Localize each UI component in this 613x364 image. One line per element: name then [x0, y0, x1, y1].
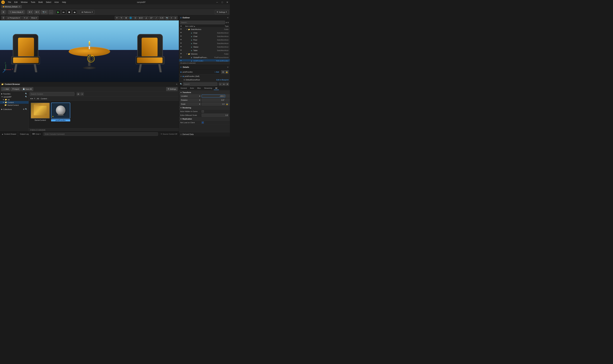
- rendering-section-header[interactable]: ▼ Rendering: [179, 106, 230, 109]
- list-view-icon[interactable]: ≡: [219, 82, 222, 86]
- eye-floor-1[interactable]: 👁: [180, 39, 183, 41]
- scale-icon-btn[interactable]: ⊞: [124, 16, 128, 20]
- scale-dropdown[interactable]: Scale ▾: [180, 103, 201, 106]
- expand-statue[interactable]: [189, 46, 190, 48]
- transform-section-header[interactable]: ▼ Transform: [179, 91, 230, 94]
- world-icon-btn[interactable]: 🌐: [129, 16, 133, 20]
- console-command-input[interactable]: [43, 132, 158, 136]
- tab-all[interactable]: All: [214, 87, 219, 90]
- menu-window[interactable]: Window: [20, 1, 28, 4]
- menu-tools[interactable]: Tools: [30, 1, 36, 4]
- edit-blueprint-label[interactable]: Edit in Blueprint: [216, 79, 229, 81]
- path-all[interactable]: All: [37, 98, 39, 100]
- expand-floor-1[interactable]: [189, 39, 190, 41]
- content-folder-item[interactable]: ▼ 📁 Content: [0, 101, 28, 104]
- maximize-button[interactable]: □: [221, 1, 223, 3]
- eye-chair-2[interactable]: 👁: [180, 35, 183, 38]
- search-content-input[interactable]: [30, 92, 74, 96]
- favorites-search-icon[interactable]: 🔍: [25, 93, 27, 95]
- asset-starter-content[interactable]: StarterContent: [31, 103, 50, 121]
- scale-y-input[interactable]: [229, 103, 230, 106]
- filter-options-icon[interactable]: ⊞: [77, 92, 80, 96]
- details-search-input[interactable]: [183, 82, 217, 86]
- location-y-input[interactable]: [226, 94, 230, 98]
- content-drawer-tab[interactable]: ▲ Content Drawer: [0, 131, 18, 136]
- content-browser-close-icon[interactable]: ✕: [176, 83, 178, 85]
- star-filter-icon[interactable]: ★: [222, 82, 225, 86]
- minimize-button[interactable]: ─: [216, 1, 218, 3]
- tree-item-table[interactable]: 👁 ◈ Table StaticMeshActor: [179, 49, 230, 52]
- eye-floor-2[interactable]: 👁: [180, 42, 183, 45]
- transform-button[interactable]: ⊕ ▾: [27, 10, 33, 14]
- perspective-button[interactable]: ◎ Perspective ▾: [6, 16, 22, 20]
- project-search-icon[interactable]: 🔍: [25, 96, 27, 98]
- asset-print-from-arc[interactable]: ★ printFromArc: [51, 103, 70, 121]
- eye-statue[interactable]: 👁: [180, 46, 183, 48]
- scale-snap-button[interactable]: 0.25: [159, 16, 164, 20]
- rotation-x-input[interactable]: [202, 98, 225, 102]
- eye-table[interactable]: 👁: [180, 49, 183, 52]
- actor-hidden-checkbox[interactable]: [202, 110, 204, 113]
- details-close-icon[interactable]: ✕: [227, 66, 229, 68]
- expand-table[interactable]: [189, 50, 190, 51]
- net-load-checkbox[interactable]: [202, 121, 204, 124]
- source-control-status[interactable]: ⊙ Source Control Off: [159, 133, 179, 135]
- nav-back-icon[interactable]: ◀: [30, 98, 31, 100]
- view-options-icon[interactable]: ▾: [80, 92, 84, 96]
- tab-streaming[interactable]: Streaming: [202, 87, 214, 90]
- outliner-settings-icon[interactable]: ⚙: [227, 22, 229, 24]
- save-all-button[interactable]: 💾 Save All: [21, 87, 33, 91]
- eye-print-from-arc[interactable]: 👁: [180, 60, 183, 61]
- rotation-snap-button[interactable]: 10°: [149, 16, 154, 20]
- tab-close-icon[interactable]: ✕: [19, 6, 20, 8]
- component-default-scene-root[interactable]: ⊕ DefaultSceneRoot Edit in Blueprint: [179, 78, 230, 81]
- eye-global-post[interactable]: 👁: [180, 56, 183, 59]
- expand-floor-2[interactable]: [189, 42, 190, 44]
- expand-chair-1[interactable]: [189, 32, 190, 34]
- nav-up-icon[interactable]: ⬆: [34, 98, 35, 100]
- tree-item-chair-2[interactable]: 👁 ◈ Chair StaticMeshActor: [179, 35, 230, 38]
- more-tools-button[interactable]: …: [49, 10, 53, 14]
- camera-button[interactable]: 📷 ▾: [41, 10, 48, 14]
- expand-volumes[interactable]: ▼: [186, 53, 188, 55]
- platforms-button[interactable]: 🖥 Platforms ▾: [79, 10, 94, 14]
- menu-help[interactable]: Help: [62, 1, 67, 4]
- expand-chair-2[interactable]: [189, 35, 190, 37]
- rotation-y-input[interactable]: [226, 98, 230, 102]
- eject-button[interactable]: ⏏: [72, 10, 77, 14]
- component-self[interactable]: ▼ ◈ printFromArc (Self): [179, 75, 230, 78]
- menu-build[interactable]: Build: [38, 1, 43, 4]
- level-tab[interactable]: Minimal_Default ✕: [1, 5, 22, 8]
- starter-content-item[interactable]: 📁 StarterContent: [0, 104, 28, 106]
- expand-global-post[interactable]: [189, 56, 190, 58]
- layout-button[interactable]: ⊞: [1, 10, 6, 14]
- import-button[interactable]: ⬇ Import: [11, 87, 21, 91]
- menu-select[interactable]: Select: [45, 1, 52, 4]
- camera-speed-icon[interactable]: 📷: [165, 16, 169, 20]
- expand-print-from-arc[interactable]: [189, 60, 190, 61]
- tree-item-global-post[interactable]: 👁 ◈ GlobalPostProce... PostProcessVolume: [179, 56, 230, 59]
- add-collection-icon[interactable]: ⊕: [23, 108, 25, 110]
- 3d-viewport[interactable]: [0, 20, 179, 82]
- menu-edit[interactable]: Edit: [13, 1, 18, 4]
- view-columns-icon[interactable]: ⊞: [226, 22, 227, 24]
- snap-button[interactable]: ⊞ ▾: [34, 10, 40, 14]
- search-collection-icon[interactable]: 🔍: [25, 108, 27, 110]
- tree-item-chair-1[interactable]: 👁 ◈ Chair StaticMeshActor: [179, 31, 230, 35]
- add-component-button[interactable]: + Add: [213, 70, 220, 74]
- location-x-input[interactable]: [202, 94, 225, 98]
- tab-misc[interactable]: Misc: [196, 87, 203, 90]
- tree-item-print-from-arc[interactable]: 👁 ◈ printFromArc Edit printFromArc: [179, 59, 230, 61]
- output-log-tab[interactable]: Output Log: [18, 131, 30, 136]
- tab-general[interactable]: General: [179, 87, 188, 90]
- close-button[interactable]: ✕: [226, 1, 229, 3]
- blueprint-view-btn[interactable]: ⊞: [221, 70, 225, 74]
- tree-item-floor-1[interactable]: 👁 ◈ Floor StaticMeshActor: [179, 38, 230, 42]
- nav-forward-icon[interactable]: ▶: [32, 98, 33, 100]
- collections-section[interactable]: ▶ Collections ⊕ 🔍: [0, 108, 28, 111]
- path-content[interactable]: Content: [41, 98, 47, 100]
- add-button[interactable]: + + Add: [1, 87, 10, 91]
- favorites-section[interactable]: ▶ Favorites 🔍: [0, 92, 28, 95]
- item-label-col[interactable]: Item Label: [185, 25, 193, 27]
- content-browser-settings-button[interactable]: ⚙ Settings: [166, 87, 178, 91]
